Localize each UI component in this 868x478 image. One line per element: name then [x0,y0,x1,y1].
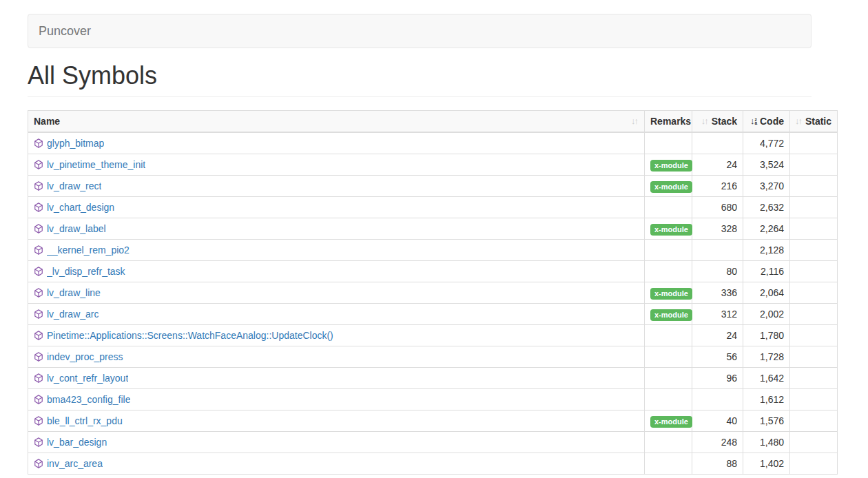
code-value: 1,480 [743,432,790,453]
symbols-table: Name ↓↑ Remarks ↓↑ Stack [28,110,838,475]
symbol-link[interactable]: _lv_disp_refr_task [47,264,125,278]
column-header-stack[interactable]: ↓↑ Stack [692,111,743,133]
table-row: bma423_config_file 1,612 [28,389,838,411]
column-header-remarks[interactable]: Remarks [645,111,692,133]
code-value: 2,002 [743,304,790,325]
x-module-badge: x-module [650,224,692,236]
stack-value: 88 [692,453,743,475]
remarks-cell [645,261,692,282]
x-module-badge: x-module [650,309,692,321]
symbol-link[interactable]: lv_draw_line [47,286,101,300]
navbar-brand-link[interactable]: Puncover [28,14,101,48]
static-value [790,176,838,197]
symbols-table-body: glyph_bitmap 4,772 lv_pinetime_theme_ini… [28,132,838,475]
column-header-static[interactable]: ↓↑ Static [790,111,838,133]
table-row: lv_draw_label x-module 328 2,264 [28,218,838,240]
remarks-cell: x-module [645,282,692,304]
package-cube-icon [34,224,43,233]
column-header-name[interactable]: Name ↓↑ [28,111,645,133]
static-value [790,346,838,368]
remarks-cell [645,197,692,218]
column-header-code[interactable]: ↓ z a Code [743,111,790,133]
remarks-cell [645,325,692,346]
code-value: 1,402 [743,453,790,475]
symbol-link[interactable]: __kernel_rem_pio2 [47,243,130,257]
symbol-name-cell: Pinetime::Applications::Screens::WatchFa… [28,325,645,346]
package-cube-icon [34,331,43,340]
symbol-link[interactable]: lv_bar_design [47,435,107,449]
stack-value: 40 [692,411,743,432]
stack-value [692,132,743,154]
code-value: 2,064 [743,282,790,304]
code-value: 4,772 [743,132,790,154]
table-row: Pinetime::Applications::Screens::WatchFa… [28,325,838,346]
stack-value: 24 [692,154,743,176]
symbol-link[interactable]: lv_draw_label [47,222,106,236]
symbol-link[interactable]: lv_cont_refr_layout [47,371,128,385]
symbol-link[interactable]: glyph_bitmap [47,136,104,150]
column-label-remarks: Remarks [650,114,691,128]
table-row: __kernel_rem_pio2 2,128 [28,240,838,261]
symbol-name-cell: bma423_config_file [28,389,645,411]
stack-value: 80 [692,261,743,282]
divider [28,96,812,97]
static-value [790,261,838,282]
column-label-name: Name [34,114,60,128]
remarks-cell: x-module [645,176,692,197]
package-cube-icon [34,459,43,468]
symbol-link[interactable]: lv_draw_rect [47,179,101,193]
table-row: indev_proc_press 56 1,728 [28,346,838,368]
table-row: lv_bar_design 248 1,480 [28,432,838,453]
stack-value: 680 [692,197,743,218]
table-row: _lv_disp_refr_task 80 2,116 [28,261,838,282]
static-value [790,240,838,261]
symbol-link[interactable]: indev_proc_press [47,350,123,364]
code-value: 2,264 [743,218,790,240]
static-value [790,325,838,346]
code-value: 1,576 [743,411,790,432]
symbol-name-cell: lv_draw_label [28,218,645,240]
symbol-link[interactable]: Pinetime::Applications::Screens::WatchFa… [47,329,333,342]
symbol-link[interactable]: lv_chart_design [47,200,114,214]
code-value: 2,632 [743,197,790,218]
x-module-badge: x-module [650,181,692,193]
code-value: 2,116 [743,261,790,282]
stack-value: 96 [692,368,743,389]
table-row: lv_draw_line x-module 336 2,064 [28,282,838,304]
code-value: 3,270 [743,176,790,197]
symbol-name-cell: inv_arc_area [28,453,645,475]
code-value: 1,642 [743,368,790,389]
code-value: 3,524 [743,154,790,176]
package-cube-icon [34,202,43,212]
stack-value: 312 [692,304,743,325]
sort-both-icon: ↓↑ [701,114,709,128]
package-cube-icon [34,138,43,148]
symbol-name-cell: glyph_bitmap [28,132,645,154]
sort-both-icon: ↓↑ [795,114,803,128]
symbol-name-cell: lv_draw_line [28,282,645,304]
symbol-link[interactable]: bma423_config_file [47,393,130,406]
symbol-name-cell: ble_ll_ctrl_rx_pdu [28,411,645,432]
column-label-stack: Stack [712,114,737,128]
stack-value: 216 [692,176,743,197]
static-value [790,282,838,304]
symbol-name-cell: lv_pinetime_theme_init [28,154,645,176]
symbol-link[interactable]: inv_arc_area [47,457,103,470]
package-cube-icon [34,437,43,447]
table-row: ble_ll_ctrl_rx_pdu x-module 40 1,576 [28,411,838,432]
stack-value: 56 [692,346,743,368]
symbol-link[interactable]: lv_draw_arc [47,307,99,321]
table-row: lv_pinetime_theme_init x-module 24 3,524 [28,154,838,176]
remarks-cell [645,368,692,389]
static-value [790,368,838,389]
code-value: 2,128 [743,240,790,261]
symbol-link[interactable]: ble_ll_ctrl_rx_pdu [47,414,123,428]
remarks-cell [645,453,692,475]
remarks-cell: x-module [645,218,692,240]
package-cube-icon [34,288,43,298]
page-title: All Symbols [28,62,868,90]
static-value [790,432,838,453]
stack-value: 328 [692,218,743,240]
symbol-link[interactable]: lv_pinetime_theme_init [47,158,145,172]
remarks-cell [645,132,692,154]
